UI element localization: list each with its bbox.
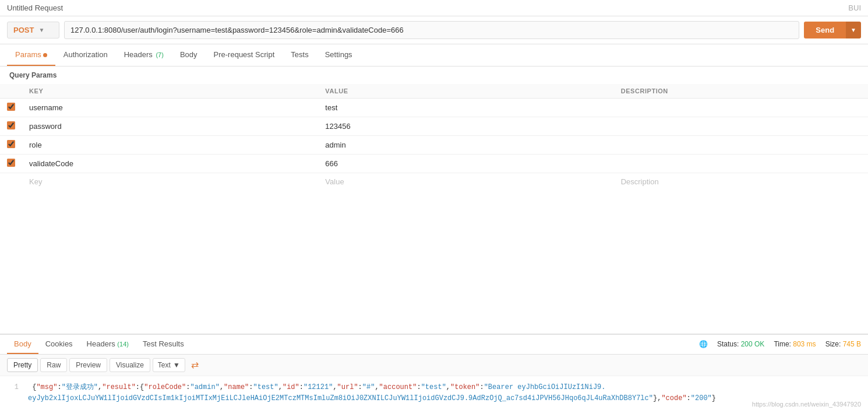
row-value-0: test [325,103,337,112]
status-label: Status: 200 OK [717,340,764,348]
send-group: Send ▼ [804,22,861,38]
col-desc-header: DESCRIPTION [614,84,868,99]
globe-icon: 🌐 [699,340,708,348]
response-tab-cookies[interactable]: Cookies [38,335,80,354]
top-bar-right: BUI [848,3,861,12]
request-tabs: Params Authorization Headers (7) Body Pr… [0,44,868,66]
row-key-cell: validateCode [22,155,318,173]
url-bar: POST ▼ Send ▼ [0,16,868,44]
row-value-cell: admin [318,136,613,155]
method-select[interactable]: POST ▼ [7,22,59,38]
response-headers-badge: (14) [117,341,129,348]
table-row: role admin [0,136,868,155]
row-checkbox-0[interactable] [7,103,15,111]
response-tab-test-results[interactable]: Test Results [136,335,191,354]
tab-settings[interactable]: Settings [317,44,361,66]
tab-body[interactable]: Body [172,44,206,66]
empty-check-cell [0,173,22,191]
row-desc-cell [614,136,868,155]
request-title: Untitled Request [7,3,63,12]
empty-desc-placeholder: Description [621,177,659,186]
row-desc-cell [614,117,868,136]
status-value: 200 OK [741,340,765,348]
row-check-cell [0,117,22,136]
pretty-button[interactable]: Pretty [7,358,38,372]
response-line-2: eyJyb2xlIjoxLCJuYW1lIjoidGVzdCIsIm1kIjoi… [7,393,861,404]
tab-headers[interactable]: Headers (7) [116,44,172,66]
row-value-cell: test [318,99,613,117]
col-value-header: VALUE [318,84,613,99]
row-check-cell [0,155,22,173]
tab-authorization[interactable]: Authorization [55,44,116,66]
row-key-0: username [29,103,63,112]
tab-tests[interactable]: Tests [283,44,316,66]
row-key-cell: role [22,136,318,155]
row-value-2: admin [325,141,345,149]
row-key-cell: username [22,99,318,117]
table-row: password 123456 [0,117,868,136]
row-check-cell [0,99,22,117]
empty-param-row: Key Value Description [0,173,868,191]
top-bar: Untitled Request BUI [0,0,868,16]
response-section: Body Cookies Headers (14) Test Results 🌐… [0,334,868,410]
row-key-cell: password [22,117,318,136]
format-label: Text [158,361,171,369]
response-line-1: 1 {"msg":"登录成功","result":{"roleCode":"ad… [7,382,861,393]
response-meta: 🌐 Status: 200 OK Time: 803 ms Size: 745 … [699,337,861,352]
size-label: Size: 745 B [825,340,861,348]
empty-desc-cell[interactable]: Description [614,173,868,191]
row-key-3: validateCode [29,159,73,168]
send-dropdown-button[interactable]: ▼ [846,22,861,38]
row-value-1: 123456 [325,122,350,131]
time-value: 803 ms [793,340,816,348]
url-input[interactable] [64,21,799,39]
params-dot [43,53,47,57]
empty-key-placeholder: Key [29,177,42,186]
params-table: KEY VALUE DESCRIPTION username test [0,84,868,190]
empty-value-placeholder: Value [325,177,344,186]
row-check-cell [0,136,22,155]
row-key-2: role [29,141,42,149]
size-value: 745 B [843,340,861,348]
format-chevron-icon: ▼ [173,361,180,369]
row-value-cell: 666 [318,155,613,173]
line-number-1: 1 [7,382,19,393]
row-checkbox-2[interactable] [7,140,15,148]
response-toolbar: Pretty Raw Preview Visualize Text ▼ ⇄ [0,355,868,376]
time-label: Time: 803 ms [774,340,816,348]
row-value-cell: 123456 [318,117,613,136]
table-row: validateCode 666 [0,155,868,173]
row-key-1: password [29,122,62,131]
empty-key-cell[interactable]: Key [22,173,318,191]
empty-value-cell[interactable]: Value [318,173,613,191]
table-row: username test [0,99,868,117]
response-tab-body[interactable]: Body [7,335,38,354]
headers-badge: (7) [156,51,163,58]
tab-prerequest[interactable]: Pre-request Script [206,44,283,66]
method-chevron-icon: ▼ [38,27,44,33]
col-key-header: KEY [22,84,318,99]
tab-params[interactable]: Params [7,44,55,66]
row-desc-cell [614,99,868,117]
format-dropdown[interactable]: Text ▼ [153,358,185,372]
raw-button[interactable]: Raw [40,358,67,372]
preview-button[interactable]: Preview [69,358,107,372]
row-desc-cell [614,155,868,173]
send-button[interactable]: Send [804,22,846,38]
response-tab-headers[interactable]: Headers (14) [80,335,136,354]
row-checkbox-1[interactable] [7,121,15,129]
visualize-button[interactable]: Visualize [110,358,150,372]
watermark: https://blog.csdn.net/weixin_43947920 [752,401,861,408]
row-checkbox-3[interactable] [7,159,15,167]
response-body: 1 {"msg":"登录成功","result":{"roleCode":"ad… [0,376,868,410]
response-tabs: Body Cookies Headers (14) Test Results 🌐… [0,335,868,355]
row-value-3: 666 [325,159,338,168]
col-check-header [0,84,22,99]
method-label: POST [13,26,34,34]
query-params-label: Query Params [0,66,868,84]
wrap-icon[interactable]: ⇄ [191,359,199,370]
